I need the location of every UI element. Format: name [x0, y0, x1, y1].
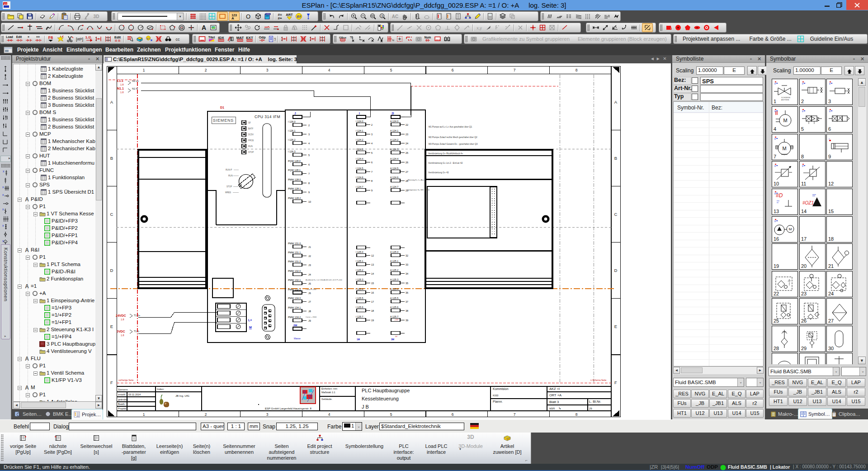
svg-text:PMW 132.2: PMW 132.2	[288, 288, 301, 291]
svg-text:geändert: geändert	[118, 398, 128, 401]
svg-text:3: 3	[266, 68, 269, 72]
svg-text:Gebäude.: Gebäude.	[321, 398, 333, 400]
svg-text:4: 4	[308, 142, 310, 145]
svg-text:IDX: IDX	[218, 36, 224, 40]
svg-text:RUN: RUN	[228, 175, 233, 177]
svg-text:Projektl.: Projektl.	[118, 407, 127, 410]
svg-text:Kesselsteuerung: Kesselsteuerung	[362, 396, 399, 401]
svg-text:AC: AC	[392, 14, 398, 19]
svg-text:Einheiten: mm: Einheiten: mm	[321, 387, 338, 390]
svg-text:Plannr.: Plannr.	[493, 400, 503, 403]
svg-text:18: 18	[371, 309, 374, 312]
svg-text:J7: J7	[308, 300, 311, 303]
svg-text:x: x	[350, 36, 352, 39]
svg-text:5: 5	[371, 152, 373, 154]
svg-text:Bearb.: Bearb.	[118, 403, 126, 405]
svg-text:N1.1: N1.1	[117, 87, 124, 90]
svg-text:22: 22	[406, 124, 408, 126]
svg-text:28: 28	[406, 180, 408, 182]
svg-text:3: 3	[381, 14, 383, 18]
svg-text:#+: #+	[278, 16, 282, 20]
svg-text:x: x	[2, 193, 4, 196]
svg-text:6: 6	[371, 161, 373, 164]
svg-text:0V: 0V	[395, 335, 397, 338]
svg-text:DC5V: DC5V	[248, 133, 254, 136]
svg-text:A 125.5: A 125.5	[390, 297, 398, 300]
svg-text:PMW 131.0: PMW 131.0	[288, 242, 301, 245]
svg-text:x: x	[3, 170, 5, 173]
svg-text:29: 29	[589, 407, 592, 410]
svg-text:15: 15	[371, 282, 374, 285]
svg-text:1.8: 1.8	[120, 83, 124, 86]
svg-text:4: 4	[371, 142, 373, 145]
svg-text:I 126.3: I 126.3	[288, 150, 296, 153]
svg-text:n.Schema Seite: n.Schema Seite	[590, 379, 607, 381]
svg-text:I 124.1: I 124.1	[356, 129, 363, 132]
svg-text:I 124.2: I 124.2	[356, 138, 363, 141]
svg-text:F: F	[110, 380, 113, 385]
svg-text:Maßstab 1:1: Maßstab 1:1	[321, 391, 335, 394]
svg-text:8: 8	[308, 182, 310, 185]
svg-text:Curve P+100: Curve P+100	[306, 288, 316, 290]
svg-text:A 124.3: A 124.3	[390, 148, 398, 151]
svg-text:PMW 134.1: PMW 134.1	[288, 306, 301, 309]
svg-text:19: 19	[371, 319, 374, 322]
svg-text:9: 9	[371, 189, 373, 192]
svg-text:37: 37	[406, 300, 408, 303]
svg-text:2: 2	[371, 124, 373, 126]
svg-text:AKZ =I: AKZ =I	[549, 387, 560, 391]
svg-text:25: 25	[406, 152, 408, 154]
svg-text:PMW 132.0: PMW 132.0	[288, 270, 301, 272]
svg-text:MAT: MAT	[236, 36, 244, 40]
svg-text:»»: »»	[36, 35, 40, 38]
svg-text:1.8: 1.8	[121, 318, 124, 321]
svg-text:29: 29	[406, 189, 408, 192]
svg-text:A 124.5: A 124.5	[390, 167, 398, 170]
svg-text:I 124.7: I 124.7	[356, 186, 363, 188]
svg-text:A 125.6: A 125.6	[390, 306, 398, 309]
svg-text:J: J	[294, 112, 296, 115]
svg-text:7: 7	[308, 172, 310, 175]
svg-text:L. Bl.Nr.: L. Bl.Nr.	[589, 400, 601, 404]
svg-text:N1 N: N1 N	[132, 87, 138, 90]
svg-text:PMW 131.2: PMW 131.2	[288, 260, 301, 263]
svg-text:2: 2	[205, 412, 207, 417]
svg-text:A 125.4: A 125.4	[390, 288, 398, 290]
svg-text:A 125.3: A 125.3	[390, 278, 398, 281]
svg-text:B: B	[614, 156, 617, 161]
svg-text:13: 13	[371, 263, 374, 266]
svg-text:M2 Pumpe Zulauf rechts Wech ge: M2 Pumpe Zulauf rechts Wech geschaltet ü…	[429, 136, 477, 138]
svg-text:PMW 131.1: PMW 131.1	[288, 251, 301, 254]
svg-text:32: 32	[406, 254, 408, 257]
svg-text:4: 4	[328, 412, 330, 417]
svg-text:Heizung D+ L+ Aus: Heizung D+ L+ Aus	[408, 179, 424, 181]
svg-text:ANTRIEB: ANTRIEB	[781, 99, 789, 101]
svg-text:PMW 128.2: PMW 128.2	[288, 197, 301, 200]
svg-text:temperatur G+ WS 7+100: temperatur G+ WS 7+100	[408, 189, 430, 191]
svg-text:17: 17	[371, 300, 374, 303]
svg-text:24: 24	[406, 142, 408, 145]
svg-text:Ventilzuleitung G+ 43: Ventilzuleitung G+ 43	[428, 171, 449, 174]
svg-text:3D: 3D	[93, 14, 99, 19]
svg-text:5: 5	[390, 412, 392, 417]
svg-text:A 124.4: A 124.4	[390, 157, 398, 160]
svg-text:MRES: MRES	[225, 191, 231, 194]
svg-text:3: 3	[308, 133, 310, 136]
svg-text:6: 6	[308, 163, 310, 166]
svg-text:J6: J6	[308, 292, 311, 295]
svg-text:x: x	[2, 208, 4, 211]
svg-text:Index:: Index:	[157, 388, 165, 390]
svg-text:EXT: EXT	[246, 36, 253, 40]
svg-text:I 124.5: I 124.5	[356, 167, 363, 170]
svg-text:GBox: GBox	[339, 36, 346, 39]
svg-text:38: 38	[406, 309, 408, 312]
svg-text:16: 16	[371, 291, 374, 294]
svg-text:Num: Num	[424, 36, 431, 39]
svg-text:23: 23	[406, 133, 408, 136]
svg-text:M3 Pumpe Zulauf Gesamt D+ - g: M3 Pumpe Zulauf Gesamt D+ - geschaltet ü…	[429, 143, 478, 145]
svg-text:SF: SF	[248, 122, 251, 124]
svg-text:STOP: STOP	[248, 151, 254, 153]
svg-text:Odp: Odp	[259, 35, 265, 39]
svg-text:J8: J8	[308, 310, 311, 313]
svg-text:1: 1	[143, 412, 145, 417]
